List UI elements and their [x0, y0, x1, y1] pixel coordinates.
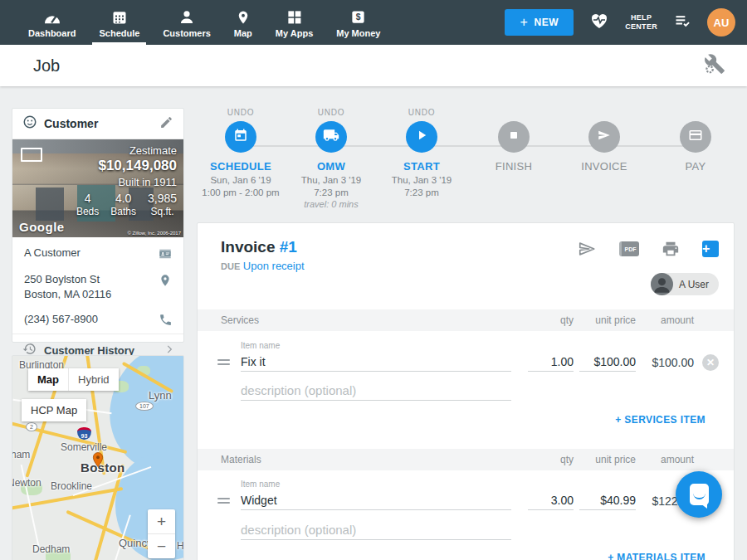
add-materials-item-link[interactable]: + MATERIALS ITEM — [608, 552, 706, 560]
qty-column-header: qty — [526, 454, 574, 465]
map-button[interactable]: Map — [28, 368, 69, 391]
help-center-line2: CENTER — [625, 22, 657, 32]
step-date: Thu, Jan 3 '19 — [368, 175, 476, 185]
service-description-input[interactable] — [241, 381, 511, 401]
hybrid-button[interactable]: Hybrid — [69, 368, 119, 391]
amount-column-header: amount — [634, 454, 694, 465]
due-label: DUE — [221, 261, 240, 271]
nav-item-customers[interactable]: Customers — [151, 0, 222, 45]
omw-step-button[interactable] — [315, 121, 347, 153]
due-value-link[interactable]: Upon receipt — [243, 260, 305, 272]
nav-label: Dashboard — [28, 28, 76, 38]
property-photo: Zestimate $10,149,080 Built in 1911 4Bed… — [12, 139, 183, 237]
map-label-lynn: Lynn — [149, 389, 172, 402]
zoom-in-button[interactable]: + — [148, 509, 175, 533]
hcp-map-button[interactable]: HCP Map — [22, 399, 86, 421]
invoice-card: Invoice #1 DUE Upon receipt PDF + A User… — [197, 222, 735, 560]
material-item-name-input[interactable] — [241, 490, 511, 510]
face-icon — [22, 114, 37, 133]
add-invoice-button[interactable]: + — [702, 241, 719, 257]
map-card: Burlington Lynn Somerville Boston ham Ne… — [12, 355, 184, 560]
address-line1: 250 Boylston St — [24, 273, 100, 285]
pay-step-button[interactable] — [680, 121, 711, 153]
assignee-chip[interactable]: A User — [651, 273, 719, 295]
service-item-name-input[interactable] — [241, 352, 511, 372]
finish-step-button[interactable] — [498, 121, 530, 153]
property-stats: 4Beds 4.0Baths 3,985Sq.ft. — [76, 192, 177, 217]
dollar-icon: $ — [350, 8, 366, 26]
invoice-due: DUE Upon receipt — [221, 260, 305, 272]
service-unit-price-input[interactable] — [579, 352, 636, 372]
route-2-shield: 2 — [26, 422, 37, 431]
baths-label: Baths — [110, 206, 136, 217]
street-view-icon[interactable] — [21, 148, 42, 162]
map-zoom-control: + − — [148, 509, 175, 558]
nav-label: Customers — [163, 28, 210, 38]
start-step-button[interactable] — [406, 121, 437, 153]
contact-card-icon[interactable] — [157, 246, 173, 261]
map-pin-icon — [236, 8, 251, 26]
invoice-step-button[interactable] — [588, 121, 620, 153]
material-unit-price-input[interactable] — [579, 490, 636, 510]
service-qty-input[interactable] — [528, 352, 574, 372]
nav-item-my-apps[interactable]: My Apps — [264, 0, 325, 45]
phone-icon[interactable] — [157, 312, 173, 327]
material-description-input[interactable] — [241, 520, 511, 540]
job-tools-icon[interactable] — [704, 53, 725, 78]
sqft-label: Sq.ft. — [148, 206, 177, 217]
job-workflow-steps: UNDO SCHEDULE Sun, Jan 6 '19 1:00 pm - 2… — [197, 108, 735, 222]
services-header-band: Services qty unit price amount — [198, 309, 734, 331]
material-qty-input[interactable] — [528, 490, 574, 510]
play-icon — [414, 128, 429, 146]
stop-icon — [507, 129, 520, 145]
step-label: PAY — [642, 160, 747, 173]
person-icon — [178, 8, 195, 26]
checklist-icon[interactable] — [672, 12, 692, 32]
chat-widget-button[interactable] — [676, 471, 722, 518]
map-label-dedham: Dedham — [32, 543, 70, 555]
location-pin-icon[interactable] — [157, 272, 173, 288]
delete-service-item-button[interactable]: ✕ — [702, 354, 719, 371]
app-screen: Dashboard Schedule Customers Map — [0, 0, 747, 560]
send-icon — [597, 128, 612, 146]
nav-item-dashboard[interactable]: Dashboard — [17, 0, 87, 45]
grid-icon — [286, 8, 302, 26]
baths-value: 4.0 — [110, 192, 136, 205]
pdf-icon[interactable]: PDF — [619, 241, 639, 256]
google-watermark: Google — [19, 220, 65, 234]
zoom-out-button[interactable]: − — [148, 534, 175, 558]
drag-handle[interactable] — [217, 498, 230, 506]
customer-name-row: A Customer — [12, 237, 183, 266]
help-center-link[interactable]: HELP CENTER — [625, 13, 657, 32]
route-107-shield: 107 — [135, 402, 154, 411]
nav-label: My Money — [336, 28, 380, 38]
heart-pulse-icon[interactable] — [588, 11, 610, 34]
unit-price-column-header: unit price — [569, 314, 636, 326]
nav-item-schedule[interactable]: Schedule — [87, 0, 151, 45]
truck-icon — [323, 127, 339, 147]
customer-address: 250 Boylston StBoston, MA 02116 — [24, 272, 157, 301]
user-avatar[interactable]: AU — [707, 8, 735, 37]
gauge-icon — [43, 8, 61, 26]
amount-column-header: amount — [634, 314, 694, 326]
item-name-label: Item name — [241, 341, 280, 350]
map-label-somerville: Somerville — [61, 441, 107, 453]
step-travel-time: travel: 0 mins — [277, 199, 385, 209]
top-nav: Dashboard Schedule Customers Map — [0, 0, 747, 45]
assignee-avatar — [651, 273, 673, 295]
schedule-step-button[interactable] — [225, 121, 256, 153]
customer-card: Customer Zestimate $10,149,080 Built in … — [12, 108, 184, 343]
step-time: 7:23 pm — [368, 187, 476, 197]
new-button[interactable]: +NEW — [505, 9, 574, 36]
add-services-item-link[interactable]: + SERVICES ITEM — [615, 414, 706, 426]
nav-item-map[interactable]: Map — [222, 0, 264, 45]
undo-spacer — [642, 108, 747, 118]
nav-item-my-money[interactable]: $ My Money — [325, 0, 392, 45]
built-year: Built in 1911 — [76, 176, 177, 188]
job-bar: Job — [0, 45, 747, 86]
send-invoice-icon[interactable] — [577, 240, 597, 258]
edit-pencil-icon[interactable] — [159, 115, 173, 133]
drag-handle[interactable] — [217, 359, 230, 368]
print-icon[interactable] — [662, 240, 680, 258]
zestimate-value: $10,149,080 — [76, 158, 177, 174]
